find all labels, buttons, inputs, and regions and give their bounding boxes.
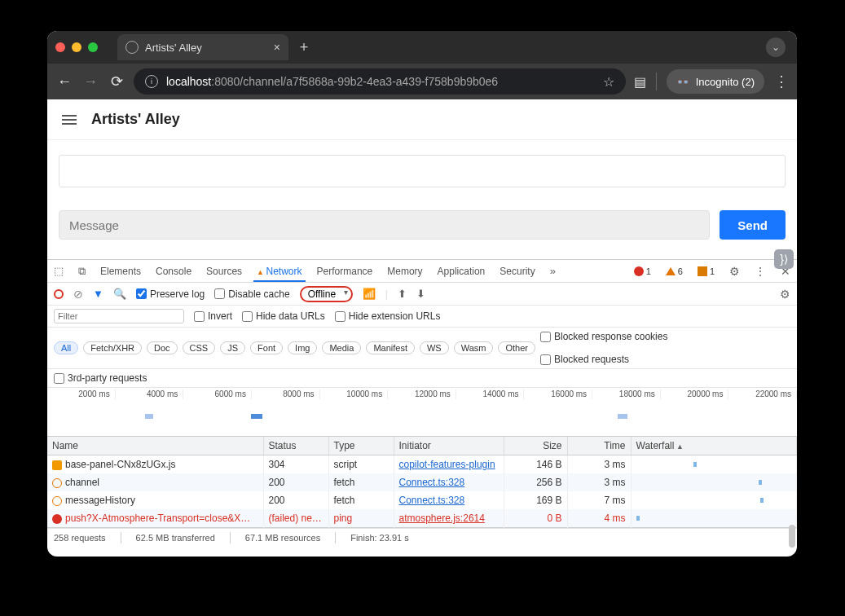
- third-party-checkbox[interactable]: 3rd-party requests: [54, 372, 790, 384]
- hide-data-urls-checkbox[interactable]: Hide data URLs: [242, 310, 325, 322]
- tab-overflow-button[interactable]: ⌄: [766, 37, 786, 57]
- tab-application[interactable]: Application: [438, 266, 486, 277]
- blocked-cookies-checkbox[interactable]: Blocked response cookies: [540, 331, 667, 342]
- bookmark-icon[interactable]: ☆: [603, 74, 614, 90]
- col-type[interactable]: Type: [328, 437, 394, 455]
- browser-window: Artists' Alley × + ⌄ ← → ⟳ i localhost:8…: [47, 31, 797, 557]
- type-chip-ws[interactable]: WS: [420, 341, 449, 354]
- type-chip-all[interactable]: All: [54, 341, 78, 354]
- network-table: Name Status Type Initiator Size Time Wat…: [47, 437, 797, 528]
- col-waterfall[interactable]: Waterfall: [631, 437, 797, 455]
- table-row[interactable]: base-panel-CNx8zUGx.js304scriptcopilot-f…: [47, 455, 797, 474]
- type-chip-fetch-xhr[interactable]: Fetch/XHR: [83, 341, 142, 354]
- initiator-link[interactable]: Connect.ts:328: [399, 495, 465, 506]
- page-title: Artists' Alley: [91, 111, 180, 128]
- type-chip-other[interactable]: Other: [498, 341, 535, 354]
- table-row[interactable]: channel200fetchConnect.ts:328256 B3 ms: [47, 473, 797, 491]
- tab-console[interactable]: Console: [156, 266, 191, 277]
- tab-sources[interactable]: Sources: [206, 266, 242, 277]
- preserve-log-checkbox[interactable]: Preserve log: [136, 288, 205, 300]
- throttling-select[interactable]: Offline: [300, 286, 353, 302]
- tab-performance[interactable]: Performance: [317, 266, 373, 277]
- filter-row: Invert Hide data URLs Hide extension URL…: [47, 306, 797, 328]
- devtools-menu-icon[interactable]: ⋮: [755, 265, 766, 278]
- col-status[interactable]: Status: [263, 437, 328, 455]
- tab-memory[interactable]: Memory: [387, 266, 422, 277]
- device-toggle-icon[interactable]: ⧉: [78, 265, 86, 278]
- incognito-chip[interactable]: 👓 Incognito (2): [667, 69, 764, 94]
- network-conditions-icon[interactable]: 📶: [363, 288, 376, 300]
- tab-artists-alley[interactable]: Artists' Alley ×: [117, 34, 288, 60]
- type-chip-manifest[interactable]: Manifest: [366, 341, 415, 354]
- blocked-requests-checkbox[interactable]: Blocked requests: [540, 354, 667, 365]
- type-chip-doc[interactable]: Doc: [147, 341, 178, 354]
- tab-elements[interactable]: Elements: [100, 266, 141, 277]
- inspect-icon[interactable]: ⬚: [54, 265, 64, 277]
- initiator-link[interactable]: atmosphere.js:2614: [399, 513, 485, 524]
- invert-checkbox[interactable]: Invert: [194, 310, 232, 322]
- page-header: Artists' Alley: [47, 99, 797, 140]
- issues-count-badge[interactable]: 1: [698, 266, 715, 276]
- download-har-icon[interactable]: ⬇: [416, 288, 425, 300]
- devtools-tabbar: ⬚ ⧉ Elements Console Sources Network Per…: [47, 260, 797, 283]
- compose-row: Send: [59, 210, 786, 240]
- initiator-link[interactable]: Connect.ts:328: [399, 477, 465, 488]
- separator: [656, 73, 657, 90]
- upload-har-icon[interactable]: ⬆: [398, 288, 407, 300]
- type-chip-wasm[interactable]: Wasm: [454, 341, 494, 354]
- tab-security[interactable]: Security: [500, 266, 535, 277]
- table-row[interactable]: push?X-Atmosphere-Transport=close&X…(fai…: [47, 509, 797, 528]
- network-timeline[interactable]: 2000 ms4000 ms6000 ms8000 ms10000 ms1200…: [47, 388, 797, 437]
- reader-mode-icon[interactable]: ▤: [634, 74, 646, 90]
- vaadin-devmode-badge[interactable]: }⟩: [774, 249, 794, 269]
- reload-button[interactable]: ⟳: [108, 73, 125, 90]
- toolbar-icons: ▤ 👓 Incognito (2) ⋮: [634, 69, 789, 94]
- hide-ext-urls-checkbox[interactable]: Hide extension URLs: [335, 310, 441, 322]
- request-type-icon: [52, 514, 62, 524]
- close-tab-icon[interactable]: ×: [274, 41, 280, 54]
- type-chip-font[interactable]: Font: [250, 341, 283, 354]
- type-chip-css[interactable]: CSS: [183, 341, 216, 354]
- close-window-icon[interactable]: [55, 42, 65, 52]
- col-name[interactable]: Name: [47, 437, 263, 455]
- type-chip-js[interactable]: JS: [220, 341, 245, 354]
- record-icon[interactable]: [54, 289, 64, 299]
- forward-button[interactable]: →: [81, 73, 99, 90]
- site-info-icon[interactable]: i: [145, 75, 158, 88]
- tab-network[interactable]: Network: [257, 266, 301, 277]
- col-size[interactable]: Size: [504, 437, 567, 455]
- filter-input[interactable]: [54, 309, 184, 323]
- network-toolbar: ⊘ ▼ 🔍 Preserve log Disable cache Offline…: [47, 283, 797, 306]
- warning-count-badge[interactable]: 6: [666, 266, 683, 276]
- type-chip-img[interactable]: Img: [288, 341, 317, 354]
- tab-title: Artists' Alley: [145, 42, 202, 54]
- initiator-link[interactable]: copilot-features-plugin: [399, 459, 495, 470]
- devtools-settings-icon[interactable]: ⚙: [729, 265, 740, 278]
- network-settings-icon[interactable]: ⚙: [780, 288, 790, 301]
- tabs-overflow-icon[interactable]: »: [550, 265, 556, 277]
- browser-menu-button[interactable]: ⋮: [774, 73, 789, 90]
- col-time[interactable]: Time: [567, 437, 631, 455]
- hamburger-icon[interactable]: [62, 115, 77, 125]
- maximize-window-icon[interactable]: [88, 42, 98, 52]
- message-input[interactable]: [59, 210, 710, 240]
- error-count-badge[interactable]: 1: [634, 266, 651, 276]
- clear-icon[interactable]: ⊘: [73, 288, 83, 301]
- col-initiator[interactable]: Initiator: [394, 437, 504, 455]
- type-chip-media[interactable]: Media: [322, 341, 361, 354]
- page-body: Send: [47, 140, 797, 259]
- send-button[interactable]: Send: [720, 210, 786, 240]
- minimize-window-icon[interactable]: [72, 42, 81, 52]
- scrollbar-thumb[interactable]: [789, 525, 795, 548]
- new-tab-button[interactable]: +: [300, 39, 309, 56]
- back-button[interactable]: ←: [55, 73, 73, 90]
- disable-cache-checkbox[interactable]: Disable cache: [214, 288, 289, 300]
- status-finish: Finish: 23.91 s: [350, 533, 409, 543]
- omnibox[interactable]: i localhost:8080/channel/a7f5868a-99b2-4…: [134, 68, 626, 95]
- page-content: Artists' Alley Send: [47, 99, 797, 259]
- devtools: ⬚ ⧉ Elements Console Sources Network Per…: [47, 259, 797, 546]
- request-type-icon: [52, 460, 62, 470]
- filter-toggle-icon[interactable]: ▼: [93, 288, 103, 300]
- table-row[interactable]: messageHistory200fetchConnect.ts:328169 …: [47, 491, 797, 509]
- search-icon[interactable]: 🔍: [113, 288, 126, 300]
